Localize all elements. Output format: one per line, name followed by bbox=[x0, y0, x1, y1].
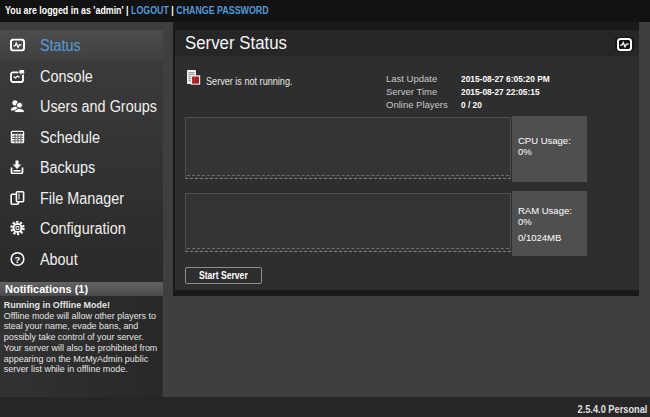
svg-text:?: ? bbox=[15, 253, 21, 264]
